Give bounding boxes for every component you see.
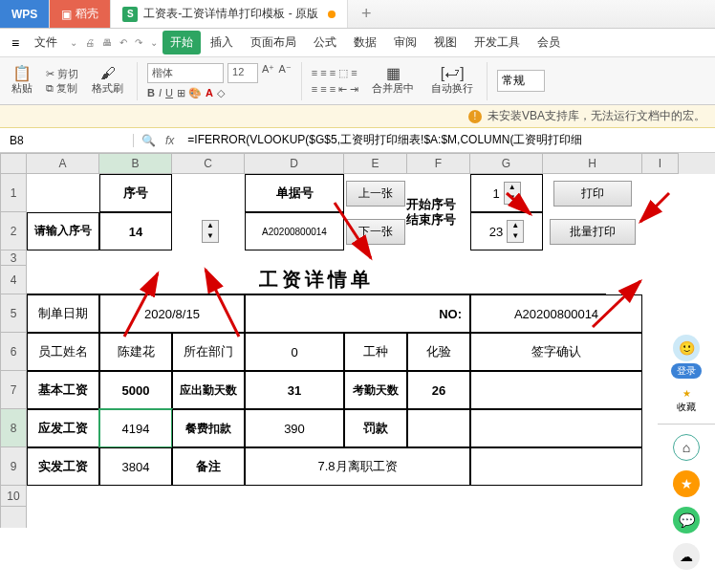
cell-D2[interactable]: A20200800014 — [245, 212, 344, 250]
font-size-select[interactable]: 12 — [228, 63, 258, 83]
cell-C6[interactable]: 所在部门 — [172, 333, 245, 371]
select-all-corner[interactable] — [0, 153, 27, 174]
cell-F6[interactable]: 化验 — [407, 333, 470, 371]
side-cloud-icon[interactable]: ☁ — [673, 543, 700, 570]
cell-GH7[interactable] — [470, 371, 642, 409]
favorite-button[interactable]: ★收藏 — [677, 388, 696, 414]
cell-E6[interactable]: 工种 — [344, 333, 407, 371]
col-header-F[interactable]: F — [407, 153, 470, 174]
col-header-E[interactable]: E — [344, 153, 407, 174]
row-header-2[interactable]: 2 — [0, 212, 27, 250]
spinner-seq[interactable]: ▲▼ — [202, 220, 219, 243]
col-header-A[interactable]: A — [27, 153, 99, 174]
cell-B2[interactable]: 14 — [99, 212, 172, 250]
document-tab[interactable]: S 工资表-工资详情单打印模板 - 原版 — [111, 0, 348, 28]
app-tab-wps[interactable]: WPS — [0, 0, 50, 28]
file-dropdown-icon[interactable]: ⌄ — [67, 37, 80, 48]
cell-C1[interactable] — [172, 174, 245, 212]
cell-D7[interactable]: 31 — [245, 371, 344, 409]
cell-BC5[interactable]: 2020/8/15 — [99, 294, 245, 333]
fx-icon[interactable]: fx — [165, 134, 174, 147]
row-header-1[interactable]: 1 — [0, 174, 27, 212]
row-header-4[interactable]: 4 — [0, 266, 27, 294]
col-header-C[interactable]: C — [172, 153, 245, 174]
menu-layout[interactable]: 页面布局 — [243, 31, 304, 54]
prev-button[interactable]: 上一张 — [346, 181, 405, 207]
menu-begin[interactable]: 开始 — [162, 31, 201, 54]
cell-C7[interactable]: 应出勤天数 — [172, 371, 245, 409]
cell-A8[interactable]: 应发工资 — [27, 409, 99, 447]
font-family-select[interactable]: 楷体 — [147, 63, 224, 83]
copy-button[interactable]: ⧉ 复制 — [46, 81, 77, 96]
cell-G2[interactable]: 23▲▼ — [470, 212, 543, 250]
col-header-G[interactable]: G — [470, 153, 543, 174]
hamburger-icon[interactable]: ≡ — [6, 35, 25, 51]
cell-DEF9[interactable]: 7.8月离职工资 — [245, 447, 470, 486]
row-header-6[interactable]: 6 — [0, 333, 27, 371]
row-header-9[interactable]: 9 — [0, 447, 27, 486]
cell-E1[interactable]: 上一张 — [344, 174, 407, 212]
cell-DEF5[interactable]: NO: — [245, 294, 470, 333]
cell-A7[interactable]: 基本工资 — [27, 371, 99, 409]
next-button[interactable]: 下一张 — [346, 219, 405, 245]
zoom-icon[interactable]: 🔍 — [141, 134, 156, 147]
row-header-7[interactable]: 7 — [0, 371, 27, 409]
cell-A1[interactable] — [27, 174, 99, 212]
paste-button[interactable]: 📋粘贴 — [8, 64, 36, 98]
row-header-10[interactable]: 10 — [0, 486, 27, 507]
col-header-H[interactable]: H — [543, 153, 642, 174]
app-tab-daoke[interactable]: ▣稻壳 — [50, 0, 111, 28]
cell-GH6[interactable]: 签字确认 — [470, 333, 642, 371]
cell-GH8[interactable] — [470, 409, 642, 447]
print-button[interactable]: 打印 — [553, 181, 632, 207]
cell-A5[interactable]: 制单日期 — [27, 294, 99, 333]
cell-B1[interactable]: 序号 — [99, 174, 172, 212]
cell-E2[interactable]: 下一张 — [344, 212, 407, 250]
name-box-input[interactable] — [10, 134, 123, 147]
number-format-select[interactable]: 常规 — [497, 70, 545, 92]
menu-view[interactable]: 视图 — [426, 31, 465, 54]
login-button[interactable]: 🙂登录 — [671, 335, 702, 379]
menu-member[interactable]: 会员 — [530, 31, 568, 54]
col-header-I[interactable]: I — [642, 153, 679, 174]
spinner-end[interactable]: ▲▼ — [507, 220, 524, 243]
row-header-5[interactable]: 5 — [0, 294, 27, 333]
cell-H2[interactable]: 批量打印 — [543, 212, 642, 250]
cell-F8[interactable] — [407, 409, 470, 447]
cell-C8[interactable]: 餐费扣款 — [172, 409, 245, 447]
cell-A9[interactable]: 实发工资 — [27, 447, 99, 486]
cell-D6[interactable]: 0 — [245, 333, 344, 371]
cell-A2[interactable]: 请输入序号 — [27, 212, 99, 250]
cell-C9[interactable]: 备注 — [172, 447, 245, 486]
side-home-icon[interactable]: ⌂ — [673, 434, 700, 461]
menu-review[interactable]: 审阅 — [386, 31, 424, 54]
cell-C2[interactable]: ▲▼ — [172, 212, 245, 250]
menu-insert[interactable]: 插入 — [203, 31, 241, 54]
side-star-icon[interactable]: ★ — [673, 470, 700, 497]
cell-F7[interactable]: 26 — [407, 371, 470, 409]
cell-B6[interactable]: 陈建花 — [99, 333, 172, 371]
cell-D8[interactable]: 390 — [245, 409, 344, 447]
side-chat-icon[interactable]: 💬 — [673, 507, 700, 534]
row-header-8[interactable]: 8 — [0, 409, 27, 447]
wrap-text-button[interactable]: [⮐]自动换行 — [427, 64, 477, 98]
cell-D1[interactable]: 单据号 — [245, 174, 344, 212]
format-painter-button[interactable]: 🖌格式刷 — [88, 64, 127, 98]
cell-E7[interactable]: 考勤天数 — [344, 371, 407, 409]
new-tab-button[interactable]: + — [348, 0, 385, 28]
cell-A6[interactable]: 员工姓名 — [27, 333, 99, 371]
cell-GH5[interactable]: A20200800014 — [470, 294, 642, 333]
cell-title[interactable]: 工资详情单 — [27, 266, 606, 294]
cell-B7[interactable]: 5000 — [99, 371, 172, 409]
col-header-D[interactable]: D — [245, 153, 344, 174]
cell-G1[interactable]: 1▲▼ — [470, 174, 543, 212]
merge-center-button[interactable]: ▦合并居中 — [368, 64, 418, 98]
spinner-start[interactable]: ▲▼ — [504, 182, 521, 205]
cell-B9[interactable]: 3804 — [99, 447, 172, 486]
menu-dev[interactable]: 开发工具 — [466, 31, 528, 54]
menu-data[interactable]: 数据 — [346, 31, 384, 54]
row-header-3[interactable]: 3 — [0, 250, 27, 266]
formula-input[interactable]: =IFERROR(VLOOKUP($G$5,工资明打印细表!$A:$M,COLU… — [182, 132, 715, 148]
col-header-B[interactable]: B — [99, 153, 172, 174]
cell-GH9[interactable] — [470, 447, 642, 486]
